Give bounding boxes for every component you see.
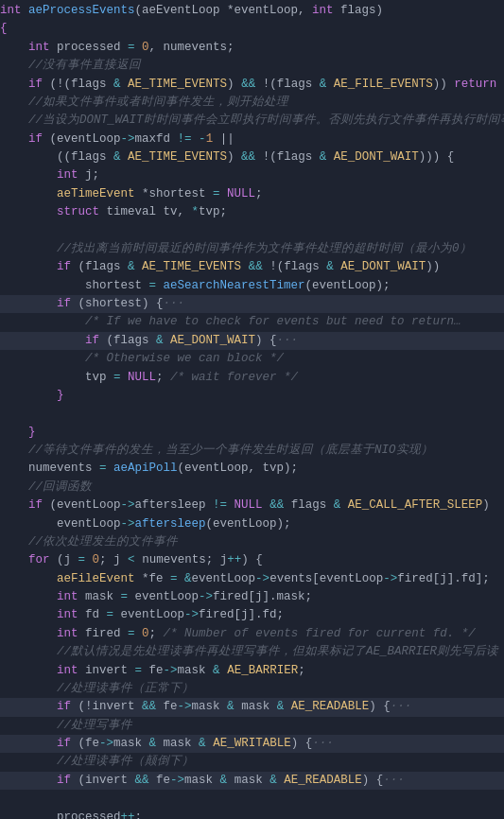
code-line: int mask = eventLoop->fired[j].mask; [0, 588, 504, 606]
code-line: if (!invert && fe->mask & mask & AE_READ… [0, 698, 504, 716]
code-line: //等待文件事件的发生，当至少一个事件发生时返回（底层基于NIO实现） [0, 442, 504, 460]
code-line: if (!(flags & AE_TIME_EVENTS) && !(flags… [0, 76, 504, 94]
code-block: int aeProcessEvents(aeEventLoop *eventLo… [0, 0, 504, 819]
code-line: int fired = 0; /* Number of events fired… [0, 625, 504, 643]
code-line [0, 790, 504, 808]
code-line: //回调函数 [0, 479, 504, 497]
code-line: //处理读事件（正常下） [0, 680, 504, 698]
code-line: { [0, 20, 504, 38]
code-line: numevents = aeApiPoll(eventLoop, tvp); [0, 460, 504, 478]
code-line: int invert = fe->mask & AE_BARRIER; [0, 662, 504, 680]
code-line: aeFileEvent *fe = &eventLoop->events[eve… [0, 570, 504, 588]
code-line: if (flags & AE_TIME_EVENTS && !(flags & … [0, 258, 504, 276]
code-line: /* Otherwise we can block */ [0, 350, 504, 368]
code-line [0, 405, 504, 423]
code-line: shortest = aeSearchNearestTimer(eventLoo… [0, 277, 504, 295]
code-line: tvp = NULL; /* wait forever */ [0, 369, 504, 387]
code-line: //依次处理发生的文件事件 [0, 533, 504, 551]
code-line: //找出离当前时间最近的时间事件作为文件事件处理的超时时间（最小为0） [0, 240, 504, 258]
code-line: if (shortest) {··· [0, 295, 504, 313]
code-line: int processed = 0, numevents; [0, 39, 504, 57]
code-line: if (eventLoop->maxfd != -1 || [0, 131, 504, 148]
code-line: //默认情况是先处理读事件再处理写事件，但如果标记了AE_BARRIER则先写后… [0, 643, 504, 661]
code-line: eventLoop->aftersleep(eventLoop); [0, 515, 504, 533]
code-line: //如果文件事件或者时间事件发生，则开始处理 [0, 94, 504, 112]
code-line: //没有事件直接返回 [0, 57, 504, 75]
code-line: int j; [0, 166, 504, 184]
code-line: aeTimeEvent *shortest = NULL; [0, 185, 504, 203]
code-line: if (fe->mask & mask & AE_WRITABLE) {··· [0, 735, 504, 753]
code-line: if (eventLoop->aftersleep != NULL && fla… [0, 497, 504, 514]
code-line: //当设为DONT_WAIT时时间事件会立即执行时间事件。否则先执行文件事件再执… [0, 112, 504, 130]
code-line: int fd = eventLoop->fired[j].fd; [0, 606, 504, 624]
code-line [0, 222, 504, 240]
code-line: if (flags & AE_DONT_WAIT) {··· [0, 332, 504, 350]
code-line: struct timeval tv, *tvp; [0, 203, 504, 221]
code-line: /* If we have to check for events but ne… [0, 313, 504, 331]
code-line: ((flags & AE_TIME_EVENTS) && !(flags & A… [0, 148, 504, 166]
code-line: if (invert && fe->mask & mask & AE_READA… [0, 772, 504, 790]
code-line: //处理写事件 [0, 717, 504, 735]
code-line: //处理读事件（颠倒下） [0, 753, 504, 771]
code-line: processed++; [0, 809, 504, 820]
code-line: } [0, 424, 504, 442]
code-line: for (j = 0; j < numevents; j++) { [0, 551, 504, 569]
code-line: } [0, 387, 504, 405]
code-line: int aeProcessEvents(aeEventLoop *eventLo… [0, 2, 504, 20]
